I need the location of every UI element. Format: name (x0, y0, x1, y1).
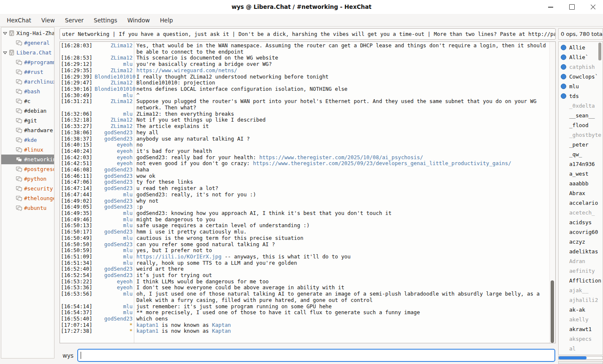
tree-item-label: ##programming (24, 59, 54, 65)
user-list-item[interactable]: Allie` (559, 52, 603, 62)
message-segment: weird art there (136, 266, 184, 272)
message-text: wow ok (133, 173, 550, 179)
user-list-item[interactable]: aczyz (559, 237, 603, 247)
user-list-item[interactable]: akelly (559, 315, 603, 324)
user-list-item[interactable]: _ghostbyte (559, 130, 603, 140)
message-link[interactable]: https://iili.io/KOrIErX.jpg (136, 253, 221, 260)
chat-message-row: [16:47:14]godSend23u read teh register a… (60, 185, 550, 192)
tree-item--programming[interactable]: ##programming (1, 57, 54, 67)
tree-item--hardware[interactable]: #hardware (1, 125, 54, 135)
tree-item--ubuntu[interactable]: #ubuntu (1, 203, 54, 213)
user-list-item[interactable]: Adran (559, 256, 603, 266)
menu-settings[interactable]: Settings (89, 14, 122, 26)
tree-item--rust[interactable]: ##rust (1, 67, 54, 77)
user-nick: _flood (569, 122, 589, 128)
user-list-item[interactable]: akrawt1 (559, 324, 603, 334)
topic-bar[interactable]: uter Networking | If you have a question… (60, 28, 556, 40)
close-button[interactable] (589, 3, 597, 11)
tree-item--git[interactable]: #git (1, 116, 54, 125)
message-text: it's bad for your health (133, 148, 550, 155)
user-list-item[interactable]: tds (559, 91, 603, 101)
chat-scrollbar[interactable] (549, 42, 555, 343)
user-list-item[interactable]: _qw_ (559, 149, 603, 159)
user-list-item[interactable]: Affliction (559, 276, 603, 285)
user-list-item[interactable]: accelario (559, 198, 603, 208)
tree-item--debian[interactable]: #debian (1, 106, 54, 116)
user-list-item[interactable]: aefinity (559, 266, 603, 276)
user-list-item[interactable]: ak-ak (559, 305, 603, 315)
timestamp: [17:27:38] (60, 328, 95, 334)
message-link[interactable]: https://www.wireguard.com/netns/ (136, 67, 237, 73)
user-count-header: 0 ops, 780 total (558, 28, 603, 40)
user-list-item[interactable]: ajak__ (559, 285, 603, 295)
message-link[interactable]: https://www.theregister.com/2025/09/23/d… (253, 160, 511, 166)
tree-item--security[interactable]: #security (1, 184, 54, 193)
menu-window[interactable]: Window (122, 14, 155, 26)
tree-item--archlinux[interactable]: #archlinux (1, 77, 54, 87)
user-nick: tds (569, 93, 579, 99)
channel-icon (16, 79, 22, 85)
user-list-item[interactable]: Abrax (559, 188, 603, 198)
user-list-item[interactable]: _0xdelta (559, 101, 603, 111)
user-list-item[interactable]: acovrig60 (559, 227, 603, 237)
tree-item--postgresql[interactable]: #postgresql (1, 164, 54, 174)
minimize-button[interactable] (546, 3, 555, 11)
user-list-item[interactable]: akspecs (559, 334, 603, 344)
tree-item--c[interactable]: #c (1, 96, 54, 106)
chat-message-row: [16:38:06]godSend23hey all (60, 130, 550, 136)
timestamp: [16:51:34] (60, 260, 95, 266)
tree-item-libera-chat[interactable]: Libera.Chat (1, 48, 54, 57)
expander-arrow-icon[interactable] (3, 31, 8, 36)
user-list-item[interactable]: al (559, 344, 603, 353)
event-star: * (95, 328, 133, 334)
user-list-item[interactable]: aaabbb (559, 179, 603, 188)
message-link[interactable]: https://www.theregister.com/2025/10/08/a… (259, 154, 423, 160)
chat-scrollbar-thumb[interactable] (551, 280, 554, 343)
user-list-item[interactable]: _flood (559, 120, 603, 130)
user-list-item[interactable]: Cowclops` (559, 72, 603, 81)
user-nick: ajak__ (569, 287, 589, 293)
maximize-button[interactable] (568, 3, 576, 11)
user-list-item[interactable]: catphish (559, 62, 603, 72)
menu-server[interactable]: Server (60, 14, 89, 26)
menu-view[interactable]: View (36, 14, 60, 26)
menu-hexchat[interactable]: HexChat (2, 14, 36, 26)
message-nick: godSend23 (95, 167, 133, 173)
tree-item--thelounge[interactable]: #thelounge (1, 193, 54, 203)
user-list-item[interactable]: ajhalili2 (559, 295, 603, 305)
user-nick: ak-ak (569, 307, 585, 313)
timestamp: [16:47:06] (60, 179, 95, 185)
message-nick: mlu (95, 61, 133, 68)
message-nick: godSend23 (95, 229, 133, 235)
message-text: ty for these links (133, 179, 550, 185)
user-list-item[interactable]: adeliktas (559, 247, 603, 256)
timestamp: [16:52:54] (60, 272, 95, 279)
voice-dot-placeholder (561, 181, 566, 186)
user-list-scrollbar[interactable] (598, 42, 602, 354)
tree-item--bash[interactable]: #bash (1, 87, 54, 96)
channel-icon (16, 147, 22, 153)
expander-arrow-icon[interactable] (3, 50, 8, 55)
message-nick: mlu (95, 192, 133, 198)
timestamp: [16:32:18] (60, 117, 95, 123)
tree-item--kde[interactable]: #kde (1, 135, 54, 145)
menu-help[interactable]: Help (155, 14, 178, 26)
message-nick: mlu (95, 210, 133, 217)
tree-item--python[interactable]: #python (1, 174, 54, 184)
user-list-scrollbar-thumb[interactable] (598, 43, 601, 60)
user-list-item[interactable]: acetech_ (559, 208, 603, 217)
chat-message-row: [16:50:13]mlusafe usage requires a certa… (60, 223, 550, 229)
user-list-item[interactable]: _peter (559, 140, 603, 149)
tree-item--networking[interactable]: #networking (1, 155, 54, 164)
tree-item--linux[interactable]: #linux (1, 145, 54, 155)
user-list-item[interactable]: a174n936 (559, 159, 603, 169)
user-list-item[interactable]: __sean__ (559, 111, 603, 120)
user-list-item[interactable]: a_west (559, 169, 603, 179)
channel-icon (16, 89, 22, 95)
user-list-item[interactable]: Allie (559, 43, 603, 52)
message-input[interactable] (77, 349, 555, 362)
user-list-item[interactable]: mlu (559, 81, 603, 91)
user-list-item[interactable]: acidsys (559, 217, 603, 227)
tree-item--general[interactable]: #general (1, 38, 54, 48)
tree-item-xing-hai-zhan[interactable]: Xing-Hai-Zhan (1, 28, 54, 38)
